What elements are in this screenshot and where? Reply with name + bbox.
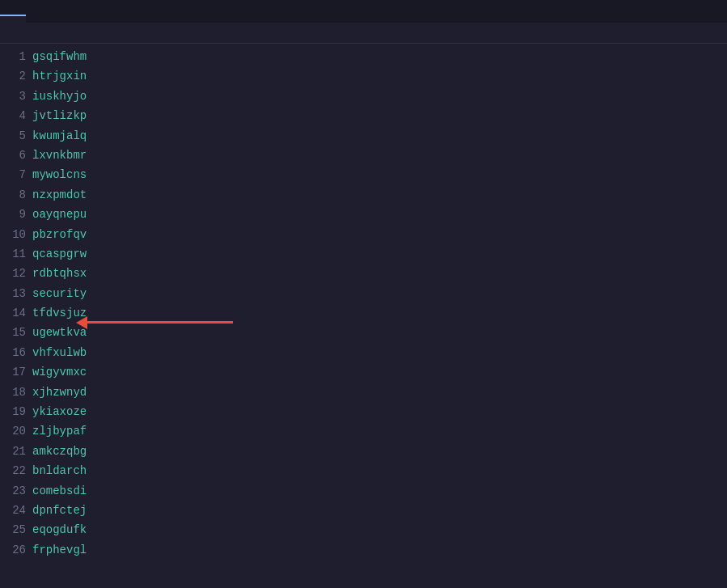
- line-number: 12: [0, 264, 32, 282]
- line-text: oayqnepu: [32, 205, 87, 223]
- line-text: zljbypaf: [32, 422, 87, 440]
- list-item: 10pbzrofqv: [0, 225, 727, 244]
- line-number: 26: [0, 541, 32, 559]
- line-text: pbzrofqv: [32, 226, 87, 243]
- line-text: amkczqbg: [32, 442, 87, 460]
- tab-bar: [0, 0, 727, 23]
- list-item: 9oayqnepu: [0, 205, 727, 224]
- line-text: comebsdi: [32, 482, 87, 500]
- line-text: ykiaxoze: [32, 403, 87, 421]
- line-text: eqogdufk: [32, 521, 87, 539]
- line-number: 24: [0, 501, 32, 519]
- list-item: 24dpnfctej: [0, 501, 727, 520]
- line-number: 14: [0, 304, 32, 322]
- line-number: 6: [0, 146, 32, 164]
- line-number: 4: [0, 107, 32, 125]
- line-number: 2: [0, 67, 32, 85]
- line-number: 20: [0, 422, 32, 440]
- line-text: nzxpmdot: [32, 186, 87, 204]
- list-item: 12rdbtqhsx: [0, 264, 727, 283]
- list-item: 4jvtlizkp: [0, 106, 727, 125]
- line-number: 25: [0, 521, 32, 539]
- line-text: ugewtkva: [32, 324, 87, 341]
- list-item: 22bnldarch: [0, 461, 727, 480]
- line-text: wigyvmxc: [32, 363, 87, 381]
- line-text: security: [32, 285, 87, 302]
- line-text: vhfxulwb: [32, 344, 87, 362]
- list-item: 26frphevgl: [0, 540, 727, 560]
- line-text: htrjgxin: [32, 67, 87, 85]
- list-item: 14tfdvsjuz: [0, 303, 727, 323]
- line-text: qcaspgrw: [32, 245, 87, 263]
- line-text: frphevgl: [32, 541, 87, 559]
- line-number: 21: [0, 442, 32, 460]
- line-text: gsqifwhm: [32, 48, 87, 66]
- command-line: [0, 23, 727, 44]
- list-item: 3iuskhyjo: [0, 87, 727, 106]
- line-text: dpnfctej: [32, 501, 87, 519]
- list-item: 6lxvnkbmr: [0, 146, 727, 165]
- line-text: bnldarch: [32, 462, 87, 480]
- line-number: 10: [0, 226, 32, 243]
- line-number: 8: [0, 186, 32, 204]
- line-number: 16: [0, 344, 32, 362]
- list-item: 20zljbypaf: [0, 421, 727, 441]
- line-number: 19: [0, 403, 32, 421]
- list-item: 16vhfxulwb: [0, 343, 727, 362]
- list-item: 15ugewtkva: [0, 323, 727, 342]
- line-number: 17: [0, 363, 32, 381]
- list-item: 19ykiaxoze: [0, 402, 727, 421]
- line-number: 13: [0, 285, 32, 302]
- line-number: 22: [0, 462, 32, 480]
- line-number: 23: [0, 482, 32, 500]
- line-text: mywolcns: [32, 166, 87, 184]
- line-number: 18: [0, 383, 32, 401]
- list-item: 25eqogdufk: [0, 520, 727, 539]
- line-text: rdbtqhsx: [32, 264, 87, 282]
- line-number: 11: [0, 245, 32, 263]
- line-number: 3: [0, 87, 32, 105]
- list-item: 2htrjgxin: [0, 66, 727, 86]
- line-text: xjhzwnyd: [32, 383, 87, 401]
- terminal-window: 1gsqifwhm2htrjgxin3iuskhyjo4jvtlizkp5kwu…: [0, 0, 727, 588]
- line-number: 5: [0, 127, 32, 145]
- list-item: 18xjhzwnyd: [0, 383, 727, 402]
- list-item: 7mywolcns: [0, 165, 727, 184]
- line-number: 7: [0, 166, 32, 184]
- line-number: 1: [0, 48, 32, 66]
- output-area: 1gsqifwhm2htrjgxin3iuskhyjo4jvtlizkp5kwu…: [0, 44, 727, 588]
- list-item: 13security: [0, 284, 727, 303]
- list-item: 5kwumjalq: [0, 126, 727, 146]
- line-text: lxvnkbmr: [32, 146, 87, 164]
- main-tab[interactable]: [0, 15, 26, 23]
- list-item: 1gsqifwhm: [0, 47, 727, 66]
- list-item: 8nzxpmdot: [0, 185, 727, 205]
- list-item: 17wigyvmxc: [0, 362, 727, 382]
- line-text: kwumjalq: [32, 127, 87, 145]
- line-text: tfdvsjuz: [32, 304, 87, 322]
- list-item: 23comebsdi: [0, 481, 727, 501]
- line-list: 1gsqifwhm2htrjgxin3iuskhyjo4jvtlizkp5kwu…: [0, 47, 727, 560]
- list-item: 21amkczqbg: [0, 442, 727, 461]
- line-text: jvtlizkp: [32, 107, 87, 125]
- line-number: 9: [0, 205, 32, 223]
- list-item: 11qcaspgrw: [0, 244, 727, 264]
- line-number: 15: [0, 324, 32, 341]
- line-text: iuskhyjo: [32, 87, 87, 105]
